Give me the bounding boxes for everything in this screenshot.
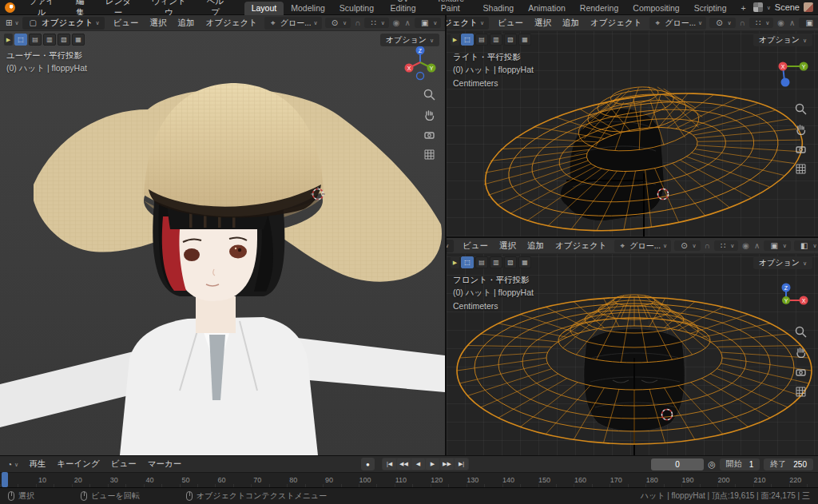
workspace-tab[interactable]: Sculpting: [332, 2, 381, 15]
viewport-menu-item[interactable]: オブジェクト: [585, 17, 647, 30]
viewport-menu-item[interactable]: オブジェクト: [550, 240, 612, 252]
select-tweak-tool[interactable]: ▤: [29, 34, 42, 46]
show-gizmo-dropdown[interactable]: ▣∨: [764, 240, 791, 251]
viewport-menu-item[interactable]: オブジェクト: [201, 17, 263, 30]
falloff-icon[interactable]: ∧: [403, 18, 413, 27]
overlays-dropdown[interactable]: ◧∨: [444, 18, 445, 28]
select-lasso-tool[interactable]: ▧: [504, 34, 517, 46]
viewport-right-top[interactable]: ▢ オブジェクト ∨ ビュー選択追加オブジェクト ⌖ グロー...∨ ⊙∨ ∩ …: [447, 15, 818, 236]
viewport-menu-item[interactable]: 選択: [145, 17, 173, 30]
select-more-tool[interactable]: ▦: [72, 34, 85, 46]
grid-toggle-icon[interactable]: [423, 149, 435, 161]
workspace-tab[interactable]: Animation: [521, 2, 573, 15]
select-circle-tool[interactable]: ▥: [43, 34, 56, 46]
shaded-character-render[interactable]: [0, 15, 445, 455]
viewport-menu-item[interactable]: 追加: [522, 240, 550, 252]
timeline-menu-item[interactable]: 再生: [23, 458, 51, 470]
grid-toggle-icon[interactable]: [795, 163, 807, 175]
pan-hand-icon[interactable]: [423, 109, 435, 121]
workspace-tab[interactable]: Scripting: [687, 2, 734, 15]
transform-orientation-dropdown[interactable]: ⌖ グロー...∨: [614, 240, 672, 252]
scene-selector[interactable]: ∨ Scene: [753, 2, 813, 12]
view-axis-gizmo[interactable]: X Y: [773, 57, 810, 95]
transform-orientation-dropdown[interactable]: ⌖ グロー... ∨: [264, 17, 322, 30]
camera-view-icon[interactable]: [423, 129, 435, 141]
workspace-tab[interactable]: Modeling: [284, 2, 332, 15]
snap-magnet-icon[interactable]: ∩: [737, 18, 748, 27]
select-box-tool[interactable]: ⬚: [461, 34, 474, 46]
pivot-point-dropdown[interactable]: ⊙∨: [709, 18, 736, 28]
wireframe-hat-side-view[interactable]: [447, 15, 818, 236]
workspace-tab[interactable]: +: [734, 2, 753, 15]
falloff-icon[interactable]: ∧: [752, 241, 762, 250]
pivot-point-dropdown[interactable]: ⊙∨: [325, 18, 351, 28]
frame-start-field[interactable]: 開始1: [720, 458, 760, 470]
proportional-edit-icon[interactable]: ◉: [740, 241, 752, 250]
toolbar-expand-arrow[interactable]: ▶: [451, 256, 459, 268]
select-tweak-tool[interactable]: ▤: [475, 34, 488, 46]
auto-key-record-button[interactable]: ●: [361, 458, 375, 470]
viewport-right-bottom[interactable]: ▢ オブジェクト ∨ ビュー選択追加オブジェクト ⌖ グロー...∨ ⊙∨ ∩ …: [447, 238, 818, 455]
options-dropdown[interactable]: オプション∨: [380, 34, 439, 46]
viewport-menu-item[interactable]: 追加: [173, 17, 201, 30]
timeline-menu-item[interactable]: キーイング: [51, 458, 105, 470]
select-lasso-tool[interactable]: ▧: [504, 256, 517, 268]
editor-type-icon[interactable]: ⊞: [3, 18, 14, 27]
timeline-editor-icon[interactable]: ◔: [5, 460, 14, 469]
toolbar-expand-arrow[interactable]: ▶: [4, 34, 13, 46]
snap-magnet-icon[interactable]: ∩: [702, 241, 713, 250]
viewport-menu-item[interactable]: 追加: [557, 17, 585, 30]
timeline-menu-item[interactable]: ビュー: [105, 458, 142, 470]
select-circle-tool[interactable]: ▥: [490, 256, 502, 268]
timeline-menu-item[interactable]: マーカー: [142, 458, 188, 470]
view-axis-gizmo[interactable]: Z X Y: [773, 280, 810, 318]
camera-view-icon[interactable]: [795, 366, 807, 378]
overlays-dropdown[interactable]: ◧∨: [794, 240, 818, 251]
pan-hand-icon[interactable]: [795, 346, 807, 358]
select-more-tool[interactable]: ▦: [518, 34, 531, 46]
blender-logo-icon[interactable]: [5, 2, 15, 13]
select-tweak-tool[interactable]: ▤: [475, 256, 488, 268]
viewport-main[interactable]: ⊞∨ ▢ オブジェクト ∨ ビュー選択追加オブジェクト ⌖ グロー... ∨ ⊙…: [0, 15, 445, 455]
playback-button[interactable]: ▶|: [455, 458, 468, 470]
select-circle-tool[interactable]: ▥: [490, 34, 502, 46]
viewport-menu-item[interactable]: ビュー: [457, 240, 494, 252]
options-dropdown[interactable]: オプション∨: [753, 256, 812, 269]
viewport-menu-item[interactable]: 選択: [529, 17, 557, 30]
viewport-menu-item[interactable]: ビュー: [492, 17, 529, 30]
snapping-dropdown[interactable]: ∷∨: [749, 18, 774, 28]
workspace-tab[interactable]: Layout: [244, 2, 284, 15]
workspace-tab[interactable]: Rendering: [573, 2, 625, 15]
playback-button[interactable]: ▶▶: [440, 458, 454, 470]
workspace-tab[interactable]: UV Editing: [381, 0, 425, 15]
viewport-menu-item[interactable]: ビュー: [108, 17, 145, 30]
playhead[interactable]: [2, 472, 8, 487]
playback-button[interactable]: |◀: [383, 458, 396, 470]
select-lasso-tool[interactable]: ▧: [58, 34, 70, 46]
workspace-tab[interactable]: Texture Paint: [425, 0, 476, 15]
snapping-dropdown[interactable]: ∷∨: [714, 240, 739, 251]
frame-end-field[interactable]: 終了250: [764, 458, 813, 470]
workspace-tab[interactable]: Compositing: [625, 2, 686, 15]
scene-name[interactable]: Scene: [775, 2, 800, 12]
zoom-icon[interactable]: [795, 103, 807, 115]
snap-magnet-icon[interactable]: ∩: [352, 18, 363, 27]
mode-dropdown[interactable]: ▢ オブジェクト ∨: [447, 240, 454, 252]
playback-button[interactable]: ◀◀: [397, 458, 411, 470]
zoom-icon[interactable]: [423, 89, 435, 101]
view-layer-icon[interactable]: [804, 2, 813, 12]
playback-button[interactable]: ◀: [411, 458, 425, 470]
mode-dropdown[interactable]: ▢ オブジェクト ∨: [447, 17, 489, 30]
show-gizmo-dropdown[interactable]: ▣∨: [415, 18, 442, 28]
playback-button[interactable]: ▶: [426, 458, 439, 470]
wireframe-hat-front-view[interactable]: [447, 238, 818, 455]
view-axis-gizmo[interactable]: Z Y X: [402, 44, 439, 82]
falloff-icon[interactable]: ∧: [787, 18, 797, 27]
proportional-edit-icon[interactable]: ◉: [391, 18, 403, 27]
select-more-tool[interactable]: ▦: [518, 256, 531, 268]
pan-hand-icon[interactable]: [795, 123, 807, 135]
grid-toggle-icon[interactable]: [795, 386, 807, 398]
select-box-tool[interactable]: ⬚: [14, 34, 27, 46]
snapping-dropdown[interactable]: ∷∨: [364, 18, 389, 28]
show-gizmo-dropdown[interactable]: ▣∨: [799, 18, 818, 28]
